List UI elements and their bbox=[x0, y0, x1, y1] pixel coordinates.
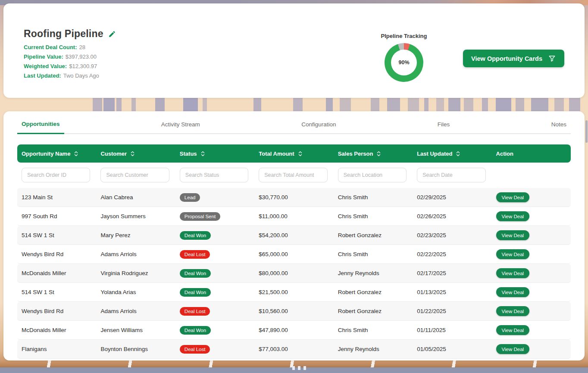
table-row: Flanigans Boynton Bennings Deal Lost $77… bbox=[17, 340, 571, 359]
cell-action: View Deal bbox=[492, 287, 571, 297]
sort-arrows-icon[interactable] bbox=[298, 151, 302, 157]
status-badge: Lead bbox=[180, 193, 200, 202]
cell-total-amount: $21,500.00 bbox=[254, 289, 333, 295]
tab-activity-stream[interactable]: Activity Stream bbox=[157, 121, 204, 133]
sort-arrows-icon[interactable] bbox=[456, 151, 460, 157]
search-input[interactable] bbox=[259, 168, 327, 182]
cell-sales-person: Robert Gonzalez bbox=[334, 232, 413, 238]
view-deal-button[interactable]: View Deal bbox=[496, 325, 530, 335]
stat-row: Current Deal Count:28 bbox=[24, 43, 99, 52]
status-badge: Deal Won bbox=[180, 231, 211, 240]
view-opportunity-cards-button[interactable]: View Opportunity Cards bbox=[463, 50, 564, 67]
view-deal-button[interactable]: View Deal bbox=[496, 249, 530, 259]
cell-total-amount: $10,560.00 bbox=[254, 308, 333, 314]
column-header-status[interactable]: Status bbox=[175, 150, 254, 157]
pipeline-header-card: Roofing Pipeline Current Deal Count:28 P… bbox=[3, 3, 585, 98]
cell-customer: Yolanda Arias bbox=[96, 289, 175, 295]
column-header-label: Total Amount bbox=[259, 150, 294, 157]
tab-configuration[interactable]: Configuration bbox=[297, 121, 340, 133]
cell-sales-person: Robert Gonzalez bbox=[334, 289, 413, 295]
cell-sales-person: Chris Smith bbox=[334, 327, 413, 333]
search-cell bbox=[492, 168, 571, 182]
cell-total-amount: $30,770.00 bbox=[254, 194, 333, 201]
column-header-action[interactable]: Action bbox=[492, 150, 571, 157]
tab-notes[interactable]: Notes bbox=[547, 121, 571, 133]
view-deal-button[interactable]: View Deal bbox=[496, 230, 530, 240]
cell-last-updated: 02/23/2025 bbox=[413, 232, 491, 238]
cell-last-updated: 02/17/2025 bbox=[413, 270, 491, 276]
table-row: Wendys Bird Rd Adams Arriols Deal Lost $… bbox=[17, 302, 571, 321]
cell-status: Deal Won bbox=[175, 269, 254, 278]
cell-total-amount: $47,890.00 bbox=[254, 327, 333, 333]
sort-arrows-icon[interactable] bbox=[131, 151, 134, 157]
search-input[interactable] bbox=[180, 168, 248, 182]
column-header-total-amount[interactable]: Total Amount bbox=[254, 150, 333, 157]
search-input[interactable] bbox=[22, 168, 90, 182]
sort-arrows-icon[interactable] bbox=[201, 151, 205, 157]
status-badge: Deal Lost bbox=[180, 250, 210, 259]
sort-arrows-icon[interactable] bbox=[74, 151, 78, 157]
title-row: Roofing Pipeline bbox=[24, 28, 116, 40]
cell-last-updated: 02/22/2025 bbox=[413, 251, 491, 257]
column-header-customer[interactable]: Customer bbox=[96, 150, 175, 157]
cell-action: View Deal bbox=[492, 211, 571, 221]
cell-total-amount: $80,000.00 bbox=[254, 270, 333, 276]
view-deal-button[interactable]: View Deal bbox=[496, 344, 530, 354]
cell-action: View Deal bbox=[492, 325, 571, 335]
tab-opportunities[interactable]: Opportunities bbox=[17, 121, 64, 134]
sort-arrows-icon[interactable] bbox=[377, 151, 381, 157]
cell-opportunity-name: McDonalds Miller bbox=[17, 270, 96, 276]
cell-status: Deal Lost bbox=[175, 250, 254, 259]
page-title: Roofing Pipeline bbox=[24, 28, 103, 40]
cell-customer: Mary Perez bbox=[96, 232, 175, 238]
road-background bbox=[0, 360, 588, 373]
pipeline-donut-chart: 90% bbox=[385, 43, 423, 82]
cell-opportunity-name: 123 Main St bbox=[17, 194, 96, 201]
cell-customer: Adams Arriols bbox=[96, 308, 175, 314]
column-header-label: Sales Person bbox=[338, 150, 373, 157]
search-cell bbox=[254, 168, 333, 182]
column-header-sales-person[interactable]: Sales Person bbox=[334, 150, 413, 157]
scrollbar-thumb[interactable] bbox=[585, 120, 588, 143]
cell-opportunity-name: McDonalds Miller bbox=[17, 327, 96, 333]
search-cell bbox=[175, 168, 254, 182]
stat-value: 28 bbox=[79, 44, 85, 50]
pipeline-main-card: Opportunities Activity Stream Configurat… bbox=[3, 111, 585, 360]
pipeline-stats: Current Deal Count:28 Pipeline Value:$39… bbox=[24, 43, 99, 81]
stat-row: Weighted Value:$12,300.97 bbox=[24, 62, 99, 71]
cell-opportunity-name: Wendys Bird Rd bbox=[17, 308, 96, 314]
opportunities-table-body: 123 Main St Alan Cabrea Lead $30,770.00 … bbox=[17, 188, 571, 359]
cell-customer: Virginia Rodriguez bbox=[96, 270, 175, 276]
search-input[interactable] bbox=[100, 168, 169, 182]
cell-sales-person: Jenny Reynolds bbox=[334, 346, 413, 352]
cell-status: Deal Lost bbox=[175, 345, 254, 354]
stat-value: $12,300.97 bbox=[69, 63, 97, 69]
tab-files[interactable]: Files bbox=[433, 121, 454, 133]
column-header-opportunity-name[interactable]: Opportunity Name bbox=[17, 150, 96, 157]
cell-status: Deal Won bbox=[175, 288, 254, 297]
cell-total-amount: $54,200.00 bbox=[254, 232, 333, 238]
cell-status: Lead bbox=[175, 193, 254, 202]
search-input[interactable] bbox=[338, 168, 407, 182]
pencil-icon[interactable] bbox=[108, 30, 116, 38]
view-deal-button[interactable]: View Deal bbox=[496, 211, 530, 221]
status-badge: Proposal Sent bbox=[180, 212, 220, 221]
column-header-last-updated[interactable]: Last Updated bbox=[413, 150, 491, 157]
status-badge: Deal Won bbox=[180, 269, 211, 278]
view-deal-button[interactable]: View Deal bbox=[496, 192, 530, 202]
cell-action: View Deal bbox=[492, 306, 571, 316]
view-deal-button[interactable]: View Deal bbox=[496, 287, 530, 297]
donut-center-label: 90% bbox=[398, 60, 409, 66]
search-input[interactable] bbox=[417, 168, 485, 182]
cell-customer: Adams Arriols bbox=[96, 251, 175, 257]
table-row: 997 South Rd Jayson Summers Proposal Sen… bbox=[17, 207, 571, 226]
search-cell bbox=[96, 168, 175, 182]
view-deal-button[interactable]: View Deal bbox=[496, 306, 530, 316]
tab-bar: Opportunities Activity Stream Configurat… bbox=[17, 111, 571, 134]
status-badge: Deal Won bbox=[180, 288, 211, 297]
cell-status: Deal Won bbox=[175, 326, 254, 335]
column-header-label: Last Updated bbox=[417, 150, 452, 157]
cell-customer: Jayson Summers bbox=[96, 213, 175, 219]
view-deal-button[interactable]: View Deal bbox=[496, 268, 530, 278]
cell-opportunity-name: Wendys Bird Rd bbox=[17, 251, 96, 257]
